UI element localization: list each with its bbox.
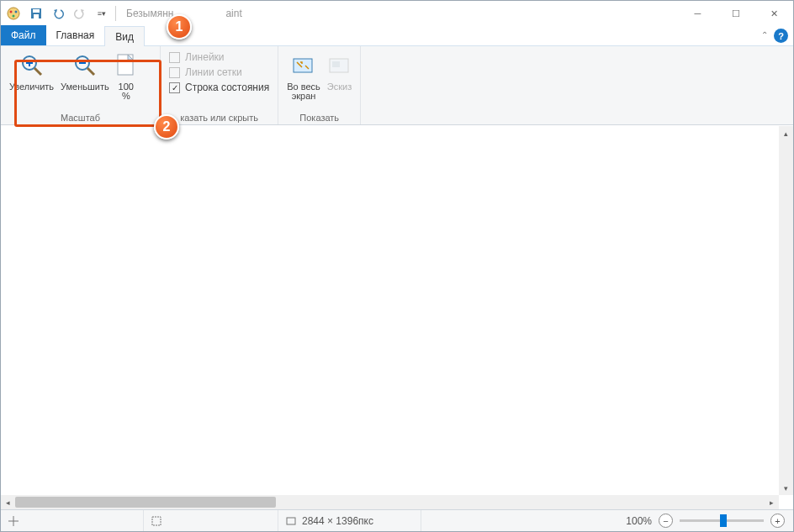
svg-point-3 — [13, 15, 15, 18]
qat-customize-button[interactable]: ≡▾ — [92, 3, 112, 24]
svg-point-1 — [10, 11, 13, 13]
annotation-callout-2: 2 — [154, 114, 179, 140]
svg-rect-6 — [34, 14, 39, 18]
annotation-callout-1: 1 — [167, 14, 192, 40]
scroll-right-icon[interactable]: ▸ — [765, 495, 779, 509]
work-area: ▴ ▾ ◂ ▸ — [1, 125, 793, 509]
help-icon[interactable]: ? — [774, 29, 788, 43]
zoom-in-icon — [20, 51, 44, 80]
minimize-button[interactable]: ─ — [679, 1, 717, 26]
group-display-title: Показать — [283, 111, 355, 123]
scroll-up-icon[interactable]: ▴ — [779, 126, 793, 140]
separator — [115, 6, 116, 21]
zoom-out-icon — [73, 51, 97, 80]
fullscreen-icon — [292, 51, 315, 80]
tab-view[interactable]: Вид — [104, 26, 145, 46]
zoom-control: 100% − + — [617, 514, 793, 528]
thumbnail-icon — [328, 51, 352, 80]
quick-access-toolbar: ≡▾ — [26, 3, 112, 24]
dimensions-icon — [285, 515, 297, 527]
maximize-button[interactable]: ☐ — [717, 1, 754, 26]
checkbox-checked-icon: ✓ — [169, 82, 180, 93]
group-zoom-title: Масштаб — [6, 111, 155, 123]
svg-line-8 — [34, 68, 41, 75]
svg-line-12 — [87, 68, 94, 75]
canvas[interactable] — [1, 126, 779, 495]
undo-button[interactable] — [48, 3, 68, 24]
app-name: aint — [225, 8, 241, 19]
selection-icon — [151, 515, 162, 527]
group-zoom: Увеличить Уменьшить 100 % Масштаб — [1, 46, 161, 124]
zoom-out-stepper[interactable]: − — [659, 514, 673, 528]
status-bar: 2844 × 1396пкс 100% − + — [1, 509, 793, 531]
group-display: Во весь экран Эскиз Показать — [278, 46, 361, 124]
rulers-label: Линейки — [185, 51, 225, 63]
save-button[interactable] — [26, 3, 46, 24]
close-button[interactable]: ✕ — [754, 1, 793, 26]
svg-point-2 — [15, 11, 18, 13]
status-dimensions: 2844 × 1396пкс — [278, 510, 421, 531]
svg-rect-21 — [287, 518, 295, 524]
svg-rect-17 — [332, 61, 340, 67]
zoom-100-button[interactable]: 100 % — [113, 50, 140, 103]
horizontal-scrollbar[interactable]: ◂ ▸ — [1, 495, 779, 509]
title-bar: ≡▾ Безымянн aint ─ ☐ ✕ — [1, 1, 793, 26]
status-selection — [144, 510, 278, 531]
group-show-hide-title: казать или скрыть — [166, 111, 273, 123]
vertical-scrollbar[interactable]: ▴ ▾ — [779, 126, 793, 495]
gridlines-label: Линии сетки — [185, 66, 242, 78]
redo-button[interactable] — [70, 3, 90, 24]
checkbox-statusbar[interactable]: ✓Строка состояния — [169, 82, 269, 93]
thumbnail-label: Эскиз — [327, 82, 352, 92]
app-window: ≡▾ Безымянн aint ─ ☐ ✕ Файл Главная Вид … — [0, 0, 794, 532]
zoom-slider[interactable] — [680, 519, 764, 522]
scroll-left-icon[interactable]: ◂ — [1, 495, 15, 509]
checkbox-gridlines[interactable]: Линии сетки — [169, 66, 269, 78]
svg-rect-15 — [294, 59, 312, 72]
zoom-out-button[interactable]: Уменьшить — [57, 50, 113, 93]
document-name: Безымянн — [126, 8, 173, 19]
zoom-slider-thumb[interactable] — [720, 514, 727, 527]
statusbar-label: Строка состояния — [185, 82, 269, 93]
scroll-track[interactable] — [15, 495, 765, 509]
checkbox-icon — [169, 67, 180, 78]
fullscreen-button[interactable]: Во весь экран — [283, 50, 324, 103]
ribbon: Увеличить Уменьшить 100 % Масштаб Линейк… — [1, 46, 793, 125]
tab-file[interactable]: Файл — [1, 25, 46, 45]
window-controls: ─ ☐ ✕ — [679, 1, 793, 26]
zoom-100-label-bot: % — [122, 91, 130, 101]
scroll-down-icon[interactable]: ▾ — [779, 481, 793, 495]
zoom-out-label: Уменьшить — [61, 82, 109, 92]
app-icon — [6, 6, 21, 21]
page-100-icon — [116, 51, 136, 80]
group-show-hide: Линейки Линии сетки ✓Строка состояния ка… — [161, 46, 278, 124]
checkbox-icon — [169, 52, 180, 63]
checkbox-rulers[interactable]: Линейки — [169, 51, 269, 63]
ribbon-tabs: Файл Главная Вид ⌃ ? — [1, 26, 793, 46]
svg-rect-20 — [152, 517, 161, 525]
zoom-in-stepper[interactable]: + — [770, 514, 785, 528]
svg-rect-5 — [33, 9, 40, 13]
scroll-thumb[interactable] — [15, 497, 276, 508]
zoom-in-label: Увеличить — [9, 82, 54, 92]
collapse-ribbon-icon[interactable]: ⌃ — [761, 30, 768, 40]
fullscreen-label-bot: экран — [292, 91, 316, 101]
svg-point-0 — [8, 8, 19, 19]
dimensions-value: 2844 × 1396пкс — [302, 515, 373, 527]
thumbnail-button: Эскиз — [324, 50, 355, 93]
cursor-pos-icon — [8, 515, 19, 527]
status-cursor-pos — [1, 510, 144, 531]
tab-home[interactable]: Главная — [46, 25, 105, 45]
zoom-value: 100% — [626, 515, 652, 527]
zoom-in-button[interactable]: Увеличить — [6, 50, 57, 93]
